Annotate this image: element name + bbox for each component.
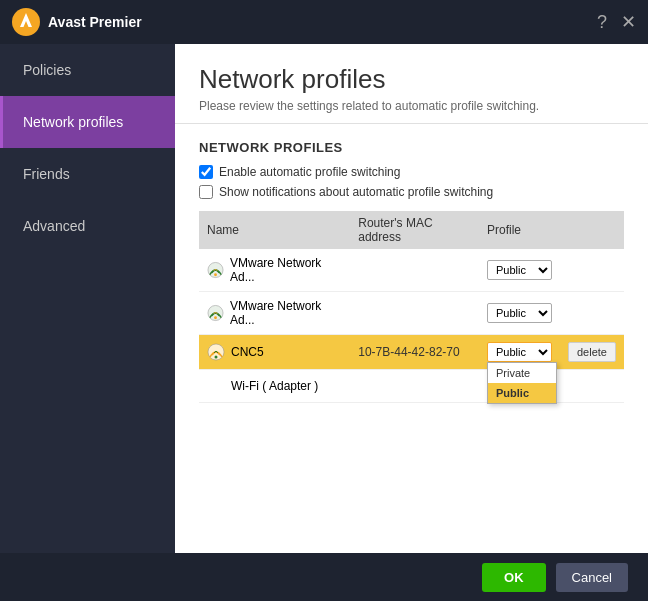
- content-header: Network profiles Please review the setti…: [175, 44, 648, 124]
- profile-select[interactable]: Public Private: [487, 303, 552, 323]
- network-table: Name Router's MAC address Profile: [199, 211, 624, 403]
- svg-point-0: [12, 8, 40, 36]
- table-row: VMware Network Ad... Public Private: [199, 292, 624, 335]
- row-mac-cell: 10-7B-44-42-82-70: [350, 335, 479, 370]
- table-row-highlighted: CNC5 10-7B-44-42-82-70 Public Private: [199, 335, 624, 370]
- row-name-cell: VMware Network Ad...: [199, 249, 350, 292]
- content-body: NETWORK PROFILES Enable automatic profil…: [175, 124, 648, 553]
- delete-button[interactable]: delete: [568, 342, 616, 362]
- notifications-checkbox-label[interactable]: Show notifications about automatic profi…: [219, 185, 493, 199]
- row-mac-cell: [350, 292, 479, 335]
- network-icon: [207, 261, 224, 279]
- network-name-text: Wi-Fi ( Adapter ): [231, 379, 318, 393]
- close-button[interactable]: ✕: [621, 13, 636, 31]
- table-row: Wi-Fi ( Adapter ): [199, 370, 624, 403]
- network-table-body: VMware Network Ad... Public Private: [199, 249, 624, 403]
- profile-select-cnc5[interactable]: Public Private: [487, 342, 552, 362]
- network-name: VMware Network Ad...: [207, 256, 342, 284]
- main-layout: Policies Network profiles Friends Advanc…: [0, 44, 648, 553]
- col-actions: [560, 211, 624, 249]
- dropdown-option-public[interactable]: Public: [488, 383, 556, 403]
- app-title: Avast Premier: [48, 14, 142, 30]
- row-name-cell: CNC5: [199, 335, 350, 370]
- page-title: Network profiles: [199, 64, 624, 95]
- svg-point-6: [215, 356, 218, 359]
- ok-button[interactable]: OK: [482, 563, 546, 592]
- row-action-cell: [560, 370, 624, 403]
- sidebar-item-policies[interactable]: Policies: [0, 44, 175, 96]
- col-name: Name: [199, 211, 350, 249]
- title-bar-controls: ? ✕: [597, 13, 636, 31]
- section-title: NETWORK PROFILES: [199, 140, 624, 155]
- network-name: CNC5: [207, 343, 342, 361]
- row-action-cell: [560, 249, 624, 292]
- notifications-checkbox[interactable]: [199, 185, 213, 199]
- row-profile-cell: Public Private: [479, 249, 560, 292]
- title-bar-left: Avast Premier: [12, 8, 142, 36]
- enable-checkbox[interactable]: [199, 165, 213, 179]
- row-mac-cell: [350, 370, 479, 403]
- col-mac: Router's MAC address: [350, 211, 479, 249]
- table-header-row: Name Router's MAC address Profile: [199, 211, 624, 249]
- network-name: Wi-Fi ( Adapter ): [207, 377, 342, 395]
- row-action-cell: delete: [560, 335, 624, 370]
- wifi-spacer: [207, 377, 225, 395]
- row-name-cell: Wi-Fi ( Adapter ): [199, 370, 350, 403]
- row-profile-cell: Public Private: [479, 292, 560, 335]
- profile-dropdown-menu: Private Public: [487, 362, 557, 404]
- sidebar-item-advanced[interactable]: Advanced: [0, 200, 175, 252]
- dropdown-option-private[interactable]: Private: [488, 363, 556, 383]
- title-bar: Avast Premier ? ✕: [0, 0, 648, 44]
- network-icon: [207, 343, 225, 361]
- profile-dropdown: Public Private Private Public: [487, 342, 552, 362]
- content-area: Network profiles Please review the setti…: [175, 44, 648, 553]
- footer: OK Cancel: [0, 553, 648, 601]
- network-name: VMware Network Ad...: [207, 299, 342, 327]
- checkbox-notifications-row: Show notifications about automatic profi…: [199, 185, 624, 199]
- row-name-cell: VMware Network Ad...: [199, 292, 350, 335]
- col-profile: Profile: [479, 211, 560, 249]
- row-mac-cell: [350, 249, 479, 292]
- profile-select[interactable]: Public Private: [487, 260, 552, 280]
- table-row: VMware Network Ad... Public Private: [199, 249, 624, 292]
- page-subtitle: Please review the settings related to au…: [199, 99, 624, 113]
- network-icon: [207, 304, 224, 322]
- avast-logo-icon: [12, 8, 40, 36]
- sidebar-item-friends[interactable]: Friends: [0, 148, 175, 200]
- row-action-cell: [560, 292, 624, 335]
- svg-point-4: [214, 316, 217, 319]
- row-profile-cell: Public Private Private Public: [479, 335, 560, 370]
- help-button[interactable]: ?: [597, 13, 607, 31]
- checkbox-enable-row: Enable automatic profile switching: [199, 165, 624, 179]
- network-name-text: VMware Network Ad...: [230, 256, 342, 284]
- svg-point-2: [214, 273, 217, 276]
- sidebar: Policies Network profiles Friends Advanc…: [0, 44, 175, 553]
- cancel-button[interactable]: Cancel: [556, 563, 628, 592]
- network-name-text: CNC5: [231, 345, 264, 359]
- enable-checkbox-label[interactable]: Enable automatic profile switching: [219, 165, 400, 179]
- sidebar-item-network-profiles[interactable]: Network profiles: [0, 96, 175, 148]
- network-name-text: VMware Network Ad...: [230, 299, 342, 327]
